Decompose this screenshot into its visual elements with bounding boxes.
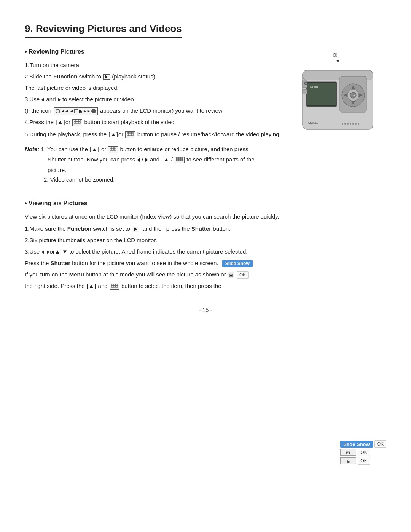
up-bracket-icon-2: [] — [108, 130, 118, 140]
svg-text:MODE/: MODE/ — [308, 121, 319, 125]
section2-para1: View six pictures at once on the LCD mon… — [25, 212, 386, 221]
svg-point-48 — [358, 123, 359, 125]
svg-rect-20 — [181, 157, 183, 159]
playback-icon-2 — [132, 227, 139, 232]
svg-rect-19 — [178, 157, 180, 159]
svg-text:MENU: MENU — [310, 86, 318, 88]
slideshow-menu-panel: Slide Show OK 🖂 OK 🖨 OK — [340, 440, 386, 465]
menu-row-2: 🖂 OK — [340, 449, 386, 456]
svg-point-42 — [342, 123, 343, 125]
svg-marker-25 — [336, 60, 339, 63]
section2-step2: 2.Six picture thumbnails appear on the L… — [25, 236, 386, 245]
svg-rect-15 — [110, 149, 112, 150]
svg-rect-54 — [111, 286, 113, 287]
svg-text:②: ② — [304, 81, 308, 86]
menu-row-1: Slide Show OK — [340, 440, 386, 448]
step-3: 3.Use and to select the picture or video — [25, 95, 287, 104]
svg-rect-41 — [303, 89, 307, 94]
step-4: 4.Press the [] or button to start playba… — [25, 118, 287, 128]
svg-rect-23 — [181, 159, 183, 161]
svg-rect-17 — [114, 149, 116, 150]
grid-icon-2 — [125, 131, 135, 138]
playback-icon — [103, 74, 110, 80]
right-arrow-note — [145, 158, 148, 162]
svg-rect-2 — [78, 120, 80, 121]
up-bracket-icon-note: [] — [90, 144, 99, 155]
slideshow-label: Slide Show — [340, 441, 373, 448]
svg-rect-5 — [78, 122, 80, 123]
section2-step1: 1.Make sure the Function switch is set t… — [25, 224, 386, 233]
svg-rect-18 — [176, 157, 178, 159]
menu-row-3: 🖨 OK — [340, 457, 386, 465]
menu-icon-1: ▣ — [228, 272, 234, 278]
grid-icon-note — [108, 146, 118, 153]
note-block: Note: 1. You can use the [] or button to… — [25, 144, 287, 185]
svg-point-44 — [347, 123, 349, 125]
right-arrow-2 — [47, 250, 49, 254]
step-3-sub: (If the icon ◄◄ ◄ ►► appears on the LCD … — [25, 106, 287, 115]
svg-rect-51 — [111, 284, 113, 285]
step-2-sub: The last picture or video is displayed. — [25, 83, 287, 93]
grid-icon-note2 — [175, 157, 185, 163]
section2-step6: the right side. Press the [] and button … — [25, 281, 386, 291]
svg-rect-1 — [76, 120, 78, 121]
step-5: 5.During the playback, press the [] or b… — [25, 130, 287, 140]
svg-point-43 — [344, 123, 346, 125]
ok-1: OK — [374, 440, 386, 448]
up-bracket-icon: [] — [56, 118, 65, 128]
svg-rect-12 — [110, 147, 112, 149]
section2-step4: Press the Shutter button for the picture… — [25, 259, 386, 268]
svg-rect-22 — [178, 159, 180, 161]
page-title: 9. Reviewing Pictures and Videos — [25, 23, 182, 38]
step-1: 1.Turn on the camera. — [25, 61, 287, 70]
svg-rect-6 — [127, 132, 129, 134]
page-number: - 15 - — [25, 307, 386, 313]
up-bracket-note2: [] — [161, 155, 171, 165]
grid-icon-s2 — [110, 283, 119, 290]
section2-step5: If you turn on the Menu button at this m… — [25, 270, 386, 279]
svg-point-45 — [350, 123, 351, 125]
left-arrow-note — [137, 158, 140, 162]
right-arrow-icon — [58, 98, 61, 102]
section1-heading: • Reviewing Pictures — [25, 48, 287, 55]
svg-rect-10 — [129, 134, 131, 136]
menu-icon-row2: 🖂 — [340, 449, 356, 456]
svg-point-46 — [352, 123, 354, 125]
menu-icon-row3: 🖨 — [340, 457, 356, 464]
svg-rect-14 — [114, 147, 116, 149]
svg-rect-21 — [176, 159, 178, 161]
section2-step3: 3.Use or▲ ▼ to select the picture. A red… — [25, 247, 386, 256]
svg-text:OK: OK — [352, 94, 355, 97]
ok-3: OK — [358, 457, 370, 465]
step-2: 2.Slide the Function switch to (playback… — [25, 72, 287, 81]
svg-rect-16 — [112, 149, 114, 150]
svg-rect-7 — [129, 132, 131, 134]
svg-rect-3 — [74, 122, 76, 123]
svg-rect-13 — [112, 147, 114, 149]
camera-image: ① MENU — [295, 52, 386, 144]
up-bracket-s2: [] — [87, 281, 96, 291]
slideshow-badge: Slide Show — [222, 260, 253, 267]
svg-rect-0 — [74, 120, 76, 121]
svg-rect-4 — [76, 122, 78, 123]
section2: • Viewing six Pictures View six pictures… — [25, 200, 386, 291]
svg-rect-56 — [116, 286, 118, 287]
left-arrow-2 — [41, 250, 44, 254]
left-arrow-icon — [41, 98, 44, 102]
svg-rect-53 — [116, 284, 118, 285]
playback-icons: ◄◄ ◄ ►► — [54, 107, 98, 115]
svg-rect-9 — [127, 134, 129, 136]
section2-heading: • Viewing six Pictures — [25, 200, 386, 207]
svg-point-47 — [355, 123, 357, 125]
svg-rect-11 — [131, 134, 133, 136]
svg-rect-55 — [113, 286, 115, 287]
ok-label-1: OK — [237, 272, 249, 278]
svg-rect-52 — [113, 284, 115, 285]
ok-2: OK — [358, 449, 370, 456]
grid-icon-1 — [72, 119, 82, 126]
svg-rect-8 — [131, 132, 133, 134]
